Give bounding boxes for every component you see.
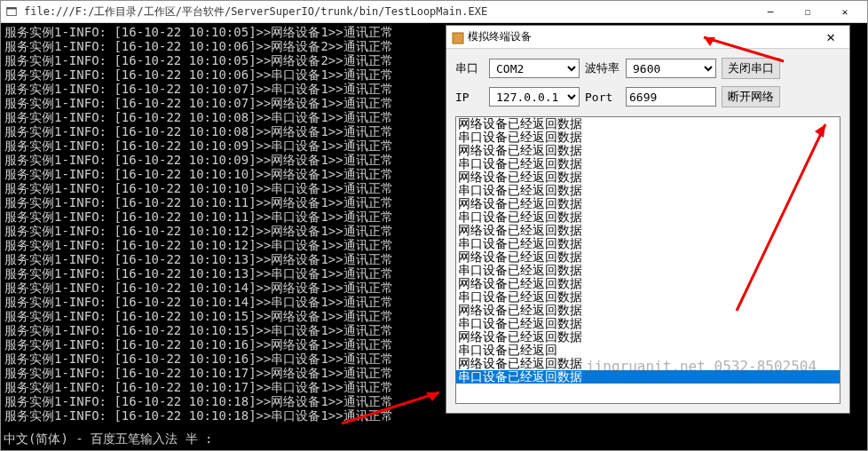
log-line[interactable]: 串口设备已经返回数据 [456, 210, 840, 224]
simulator-icon [452, 31, 464, 44]
log-line[interactable]: 网络设备已经返回数据 [456, 304, 840, 317]
close-button[interactable]: ✕ [826, 1, 864, 22]
main-title: file:///F:/工作目录/工作区/平台软件/ServerSuperIO/t… [24, 4, 752, 20]
ime-status: 中文(简体) - 百度五笔输入法 半 : [4, 431, 212, 447]
log-line[interactable]: 串口设备已经返回数据 [456, 184, 840, 197]
serial-row: 串口 COM2 波特率 9600 关闭串口 [455, 58, 840, 79]
close-serial-button[interactable]: 关闭串口 [722, 58, 780, 79]
ip-select[interactable]: 127.0.0.1 [489, 87, 580, 107]
simulator-close-button[interactable]: ✕ [817, 27, 844, 48]
log-line[interactable]: 网络设备已经返回数据 [456, 357, 840, 370]
ip-label: IP [455, 91, 484, 104]
log-listbox[interactable]: 网络设备已经返回数据串口设备已经返回数据网络设备已经返回数据串口设备已经返回数据… [455, 116, 840, 404]
simulator-body: 串口 COM2 波特率 9600 关闭串口 IP 127.0.0.1 Port … [446, 49, 849, 413]
svg-rect-1 [7, 8, 17, 10]
log-line[interactable]: 串口设备已经返回数据 [456, 131, 840, 144]
serial-select[interactable]: COM2 [489, 59, 580, 78]
log-line[interactable]: 网络设备已经返回数据 [456, 197, 840, 210]
simulator-title: 模拟终端设备 [468, 29, 817, 44]
log-line[interactable]: 网络设备已经返回数据 [456, 250, 840, 264]
simulator-titlebar[interactable]: 模拟终端设备 ✕ [446, 26, 849, 49]
disconnect-button[interactable]: 断开网络 [722, 86, 780, 107]
log-line[interactable]: 串口设备已经返回数据 [456, 317, 840, 330]
log-line[interactable]: 串口设备已经返回数据 [456, 370, 840, 384]
svg-rect-2 [453, 33, 463, 44]
baud-label: 波特率 [585, 60, 620, 76]
port-input[interactable] [626, 87, 716, 107]
main-titlebar[interactable]: file:///F:/工作目录/工作区/平台软件/ServerSuperIO/t… [1, 1, 867, 23]
app-icon [4, 4, 19, 19]
simulator-window: 模拟终端设备 ✕ 串口 COM2 波特率 9600 关闭串口 IP 127.0.… [446, 25, 850, 414]
log-line[interactable]: 串口设备已经返回数据 [456, 290, 840, 304]
log-line[interactable]: 网络设备已经返回数据 [456, 144, 840, 157]
port-label: Port [585, 91, 620, 104]
window-buttons: ─ ☐ ✕ [752, 1, 864, 22]
maximize-button[interactable]: ☐ [789, 1, 826, 22]
log-line[interactable]: 串口设备已经返回数据 [456, 157, 840, 170]
serial-label: 串口 [455, 60, 484, 76]
log-line[interactable]: 串口设备已经返回数据 [456, 264, 840, 277]
minimize-button[interactable]: ─ [752, 1, 789, 22]
baud-select[interactable]: 9600 [626, 59, 716, 78]
ip-row: IP 127.0.0.1 Port 断开网络 [455, 86, 840, 107]
log-line[interactable]: 网络设备已经返回数据 [456, 224, 840, 237]
log-line[interactable]: 串口设备已经返回数据 [456, 237, 840, 250]
log-line[interactable]: 网络设备已经返回数据 [456, 330, 840, 344]
log-line[interactable]: 网络设备已经返回数据 [456, 170, 840, 184]
log-line[interactable]: 网络设备已经返回数据 [456, 277, 840, 290]
log-line[interactable]: 串口设备已经返回 [456, 344, 840, 357]
log-line[interactable]: 网络设备已经返回数据 [456, 117, 840, 131]
